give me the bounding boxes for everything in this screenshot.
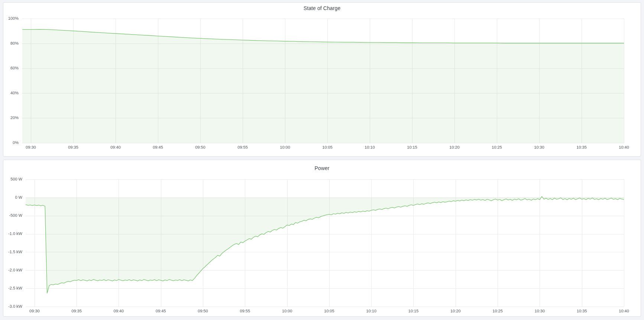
dashboard: State of Charge Power — [0, 0, 644, 320]
state-of-charge-chart-canvas[interactable] — [3, 3, 641, 156]
panel-power: Power — [3, 160, 641, 317]
panel-state-of-charge: State of Charge — [3, 2, 641, 157]
power-chart-canvas[interactable] — [3, 160, 641, 316]
panel-title-power[interactable]: Power — [3, 165, 641, 171]
panel-title-state-of-charge[interactable]: State of Charge — [3, 5, 641, 11]
